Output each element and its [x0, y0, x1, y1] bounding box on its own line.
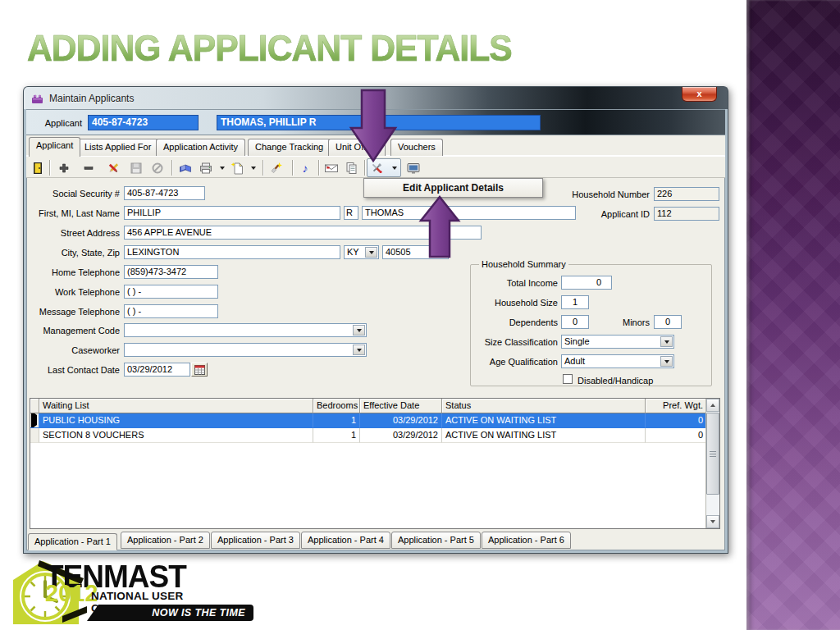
size-classification-value: Single: [564, 336, 590, 346]
cell-bedrooms: 1: [313, 428, 360, 443]
size-classification-label: Size Classification: [476, 336, 558, 348]
state-value: KY: [347, 247, 359, 257]
first-name-field[interactable]: PHILLIP: [124, 206, 340, 220]
ssn-label: Social Security #: [23, 188, 120, 199]
last-contact-field[interactable]: 03/29/2012: [124, 363, 190, 377]
exit-icon[interactable]: [30, 160, 46, 176]
tab-application-part-5[interactable]: Application - Part 5: [391, 532, 481, 549]
applicant-label: Applicant: [26, 117, 82, 129]
close-button[interactable]: x: [682, 87, 717, 102]
tab-application-part-2[interactable]: Application - Part 2: [121, 532, 210, 549]
grid-header-row: Waiting List Bedrooms Effective Date Sta…: [30, 399, 719, 413]
age-qualification-label: Age Qualification: [476, 356, 558, 368]
cell-effective-date: 03/29/2012: [360, 413, 442, 428]
household-size-field[interactable]: 1: [561, 295, 589, 309]
tab-application-part-1[interactable]: Application - Part 1: [28, 533, 117, 550]
monitor-icon[interactable]: [405, 160, 422, 176]
age-qualification-value: Adult: [564, 356, 585, 366]
street-label: Street Address: [23, 227, 120, 239]
grid-col-waiting-list[interactable]: Waiting List: [39, 399, 313, 413]
remove-icon[interactable]: [80, 160, 97, 176]
chevron-down-icon[interactable]: [660, 336, 673, 347]
chevron-down-icon[interactable]: [353, 345, 365, 355]
grid-scrollbar[interactable]: [705, 399, 719, 528]
management-code-label: Management Code: [23, 325, 120, 336]
age-qualification-combo[interactable]: Adult: [561, 354, 674, 368]
menu-item-label: Edit Applicant Details: [403, 182, 504, 194]
toolbar-separator: [49, 160, 51, 176]
page-title: ADDING APPLICANT DETAILS: [27, 28, 512, 69]
printer-icon[interactable]: [198, 160, 214, 176]
ssn-field[interactable]: 405-87-4723: [124, 186, 205, 200]
scrollbar-thumb[interactable]: [706, 413, 719, 495]
chevron-down-icon[interactable]: [660, 356, 673, 367]
work-phone-field[interactable]: ( ) -: [124, 285, 218, 299]
dependents-field[interactable]: 0: [561, 315, 589, 329]
caseworker-label: Caseworker: [23, 345, 120, 356]
dependents-label: Dependents: [476, 317, 558, 328]
tab-application-part-3[interactable]: Application - Part 3: [211, 532, 300, 549]
cancel-icon: [149, 160, 166, 176]
grid-col-status[interactable]: Status: [442, 399, 646, 413]
minors-field[interactable]: 0: [654, 315, 682, 329]
grid-selector-header: [30, 399, 39, 413]
cell-effective-date: 03/29/2012: [360, 428, 442, 443]
book-icon[interactable]: [177, 160, 194, 176]
music-note-icon[interactable]: ♪: [297, 160, 313, 176]
message-phone-field[interactable]: ( ) -: [124, 304, 218, 318]
envelope-icon[interactable]: [323, 160, 340, 176]
scroll-down-icon[interactable]: [706, 515, 719, 528]
cell-pref-wgt: 0: [646, 428, 707, 443]
edit-icon[interactable]: [105, 160, 121, 176]
toolbar-separator: [262, 160, 264, 176]
row-selector: [30, 428, 39, 443]
size-classification-combo[interactable]: Single: [561, 335, 674, 349]
applicant-id-field-right: 112: [654, 207, 719, 221]
add-icon[interactable]: [56, 160, 72, 176]
applicant-id-field[interactable]: 405-87-4723: [88, 115, 199, 130]
middle-initial-field[interactable]: R: [344, 206, 358, 220]
table-row[interactable]: SECTION 8 VOUCHERS 1 03/29/2012 ACTIVE O…: [30, 428, 719, 443]
tab-change-tracking[interactable]: Change Tracking: [248, 139, 331, 156]
new-document-dropdown-icon[interactable]: [249, 160, 258, 176]
caseworker-combo[interactable]: [124, 343, 367, 357]
name-label: First, MI, Last Name: [23, 208, 120, 219]
grid-col-pref-wgt[interactable]: Pref. Wgt.: [646, 399, 707, 413]
toolbar-separator: [292, 160, 294, 176]
grid-col-effective-date[interactable]: Effective Date: [360, 399, 442, 413]
total-income-field[interactable]: 0: [561, 276, 612, 290]
disabled-handicap-checkbox[interactable]: [563, 374, 573, 384]
state-combo[interactable]: KY: [344, 245, 379, 259]
logo-tagline-bar: NOW IS THE TIME: [87, 605, 253, 621]
toolbar-separator: [318, 160, 320, 176]
home-phone-field[interactable]: (859)473-3472: [124, 265, 218, 279]
chevron-down-icon[interactable]: [353, 325, 365, 336]
logo-year-text: 2012: [45, 580, 98, 607]
message-phone-label: Message Telephone: [23, 306, 120, 317]
tab-applicant[interactable]: Applicant: [29, 137, 80, 157]
tenmast-logo: TENMAST 2012 NATIONAL USER CONFERENCE NO…: [5, 559, 256, 628]
applicant-id-label: Applicant ID: [482, 208, 650, 220]
tab-application-part-6[interactable]: Application - Part 6: [482, 532, 571, 549]
minors-label: Minors: [609, 317, 650, 328]
management-code-combo[interactable]: [124, 323, 367, 337]
printer-dropdown-icon[interactable]: [217, 160, 227, 176]
tab-lists-applied-for[interactable]: Lists Applied For: [77, 139, 158, 156]
new-document-icon[interactable]: [230, 160, 246, 176]
disabled-handicap-label: Disabled/Handicap: [578, 375, 676, 386]
chevron-down-icon[interactable]: [365, 247, 377, 258]
city-state-zip-label: City, State, Zip: [23, 247, 120, 258]
calendar-button[interactable]: [191, 363, 208, 377]
city-field[interactable]: LEXINGTON: [124, 245, 340, 259]
cell-status: ACTIVE ON WAITING LIST: [442, 428, 646, 443]
brush-icon[interactable]: [267, 160, 284, 176]
grid-col-bedrooms[interactable]: Bedrooms: [313, 399, 360, 413]
table-row[interactable]: PUBLIC HOUSING 1 03/29/2012 ACTIVE ON WA…: [30, 413, 719, 428]
up-arrow-callout: [414, 194, 465, 260]
tab-application-part-4[interactable]: Application - Part 4: [301, 532, 390, 549]
cell-status: ACTIVE ON WAITING LIST: [442, 413, 646, 428]
last-contact-label: Last Contact Date: [23, 364, 120, 376]
tab-application-activity[interactable]: Application Activity: [156, 139, 245, 156]
waiting-list-grid: Waiting List Bedrooms Effective Date Sta…: [30, 398, 720, 529]
scroll-up-icon[interactable]: [706, 399, 719, 412]
